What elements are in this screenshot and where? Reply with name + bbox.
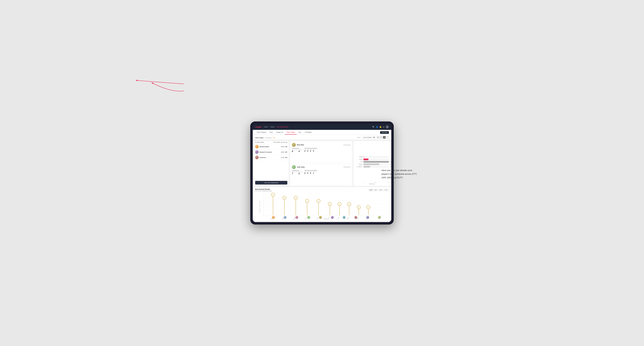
svg-text:7: 7 xyxy=(264,194,264,195)
tab-ott[interactable]: OTT xyxy=(369,189,373,191)
streak-avatar xyxy=(296,216,298,219)
search-icon[interactable]: 🔍 xyxy=(372,126,374,128)
subnav-pga[interactable]: PGA xyxy=(268,131,274,135)
main-content: Team Clippd | 14 Players ✏️ Show Last 3 … xyxy=(253,135,391,222)
bar-row-eagles: Eagles 3 xyxy=(355,156,389,158)
bar-row-birdies: Birdies 96 xyxy=(355,159,389,160)
player-name: Richard Butler xyxy=(260,146,269,148)
player-card: Rees Britt 02 Sep 2023 Total Rounds Tour… xyxy=(291,142,352,163)
putt-val: 1 xyxy=(313,172,316,174)
rank-badge: 2 xyxy=(257,152,259,154)
tab-putt[interactable]: PUTT xyxy=(384,189,389,191)
team-header: Team Clippd | 14 Players ✏️ Show Last 3 … xyxy=(253,135,391,140)
bar-track: 131 xyxy=(364,166,389,168)
add-team-button[interactable]: Add Team xyxy=(380,131,389,134)
nav-bar: clippd Home Teams My Performance 🔍 👤 🔔 ⊕… xyxy=(253,124,391,130)
bottom-header: Best Round Streaks Off The Tee, Fairway … xyxy=(255,188,389,191)
three-col-layout: PLAYER NAME PB SCORE PB AVG SQ 1 Richard… xyxy=(253,140,391,187)
table-row: 3 Cameron... 17/20 103 xyxy=(254,155,289,160)
card-date: 02 Sep 2023 xyxy=(343,144,350,146)
avatar: 3 xyxy=(255,156,259,159)
player-name: Edward Crossman xyxy=(260,151,272,153)
svg-text:5x: 5x xyxy=(318,201,319,202)
axis-200: 200 xyxy=(375,182,376,183)
svg-text:5: 5 xyxy=(264,201,264,202)
tablet-frame: clippd Home Teams My Performance 🔍 👤 🔔 ⊕… xyxy=(250,121,394,224)
bar-fill xyxy=(364,161,389,163)
stat-group: Total Rounds Tournament 7 Practice 2 xyxy=(292,170,302,175)
streak-avatar xyxy=(331,216,334,219)
streak-avatar xyxy=(366,216,369,219)
nav-teams[interactable]: Teams xyxy=(270,126,275,128)
card-stats: Total Rounds Tournament 7 Practice 2 xyxy=(292,170,350,175)
svg-text:4: 4 xyxy=(264,204,264,205)
arg-label: ARG xyxy=(310,171,312,172)
rounds-label: Total Rounds xyxy=(292,170,302,171)
app-label: APP xyxy=(307,171,309,172)
axis-0: 0 xyxy=(364,182,364,183)
pb-avg: 110 xyxy=(285,146,287,148)
bar-label: Bogeys xyxy=(355,164,363,165)
avatar-row xyxy=(264,216,389,219)
nav-my-performance[interactable]: My Performance xyxy=(277,126,288,128)
bar-fill xyxy=(364,156,364,158)
svg-text:1: 1 xyxy=(264,213,264,214)
axis-400: 400 xyxy=(387,182,389,183)
bar-value: 499 xyxy=(390,161,391,162)
subnav-tour[interactable]: Tour xyxy=(296,131,303,135)
bar-track: 96 xyxy=(364,159,389,160)
section-title: Best Round Streaks xyxy=(255,188,272,190)
player-info: 1 Richard Butler xyxy=(255,145,280,148)
svg-text:4x: 4x xyxy=(339,204,340,205)
subnav-pgat[interactable]: PGAT Players xyxy=(255,131,268,135)
ott-val: 0 xyxy=(304,150,306,152)
pb-avg: 103 xyxy=(285,157,287,158)
bell-icon[interactable]: 🔔 xyxy=(380,126,382,128)
chart-title: Total Shots xyxy=(355,183,389,184)
detail-view-icon[interactable]: ⋮ xyxy=(386,136,389,139)
table-row: 2 Edward Crossman 18/20 107 xyxy=(254,149,289,155)
practice-val: 4 xyxy=(298,150,302,153)
show-label: Show xyxy=(357,137,360,138)
svg-text:6x: 6x xyxy=(295,197,296,198)
edit-icon[interactable]: ✏️ xyxy=(273,137,275,139)
streak-avatar xyxy=(378,216,381,219)
annotation-text: Here you can see streaks your players ha… xyxy=(382,169,420,179)
table-row: 1 Richard Butler 19/20 110 xyxy=(254,144,289,149)
bar-track: 3 xyxy=(364,156,389,158)
view-leaderboard-button[interactable]: View Full Leaderboard xyxy=(255,181,287,184)
streak-chart-area: Best Streak, Fairway Accuracy 7 6 5 4 3 … xyxy=(255,192,389,220)
card-date: 26 Aug 2023 xyxy=(344,166,350,168)
ott-val: 0 xyxy=(304,172,306,174)
period-select[interactable]: Last 3 months xyxy=(362,136,376,139)
grid-view-icon[interactable]: ⊞ xyxy=(376,136,380,139)
putt-val: 0 xyxy=(313,150,316,152)
tab-app[interactable]: APP xyxy=(374,189,378,191)
list-view-icon[interactable]: ☰ xyxy=(380,136,382,139)
plus-circle-icon[interactable]: ⊕ xyxy=(383,126,384,128)
subnav-hcaps[interactable]: Hcaps 1-5 xyxy=(274,131,285,135)
streak-avatar xyxy=(354,216,357,219)
streak-avatar xyxy=(343,216,346,219)
card-player-name: Josh Coles xyxy=(297,166,305,168)
bar-label: Birdies xyxy=(355,159,363,160)
nav-home[interactable]: Home xyxy=(264,126,268,128)
svg-text:6x: 6x xyxy=(284,197,285,198)
bar-value: 96 xyxy=(391,159,391,160)
subnav-team-clippd[interactable]: Team Clippd xyxy=(285,131,296,135)
stat-sub: Tournament 7 Practice 2 xyxy=(292,171,302,175)
streak-avatar xyxy=(307,216,310,219)
subnav-all-players[interactable]: All Players xyxy=(303,131,314,135)
stat-group: Total Rounds Tournament 8 Practice 4 xyxy=(292,148,302,153)
bar-track: 311 xyxy=(364,163,389,165)
svg-text:6: 6 xyxy=(264,197,264,198)
person-icon[interactable]: 👤 xyxy=(376,126,378,128)
card-header: Josh Coles 26 Aug 2023 xyxy=(292,165,350,169)
tournament-val: 7 xyxy=(292,172,298,175)
user-avatar[interactable]: U xyxy=(386,125,389,128)
leaderboard-panel: PLAYER NAME PB SCORE PB AVG SQ 1 Richard… xyxy=(254,141,289,186)
card-view-icon[interactable]: ▦ xyxy=(383,136,386,139)
tab-arg[interactable]: ARG xyxy=(378,189,383,191)
arg-val: 0 xyxy=(310,150,312,152)
stat-sub: Tournament 8 Practice 4 xyxy=(292,149,302,153)
